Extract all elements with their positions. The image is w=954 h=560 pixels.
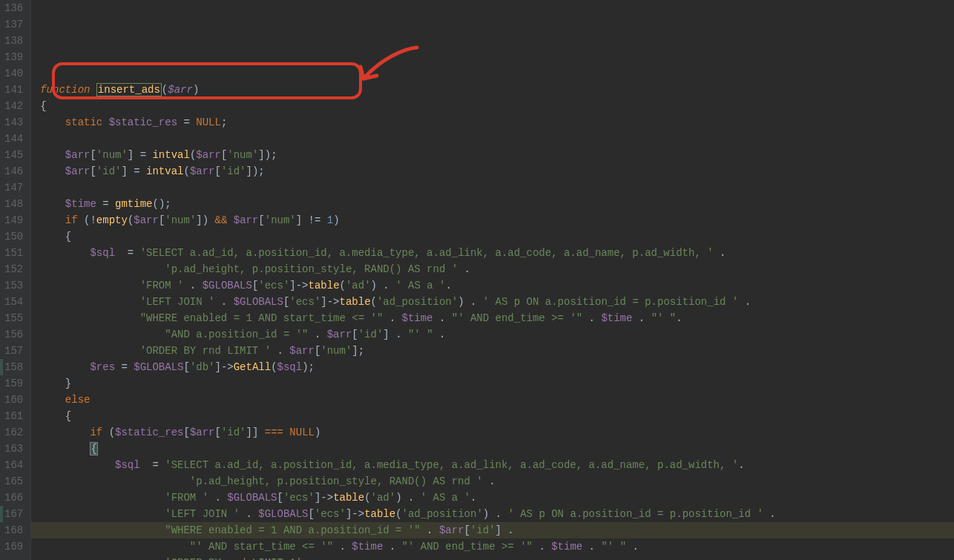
line-number[interactable]: 159 [4, 375, 23, 392]
code-line[interactable]: { [40, 228, 954, 245]
code-token: [ [183, 361, 189, 373]
line-number[interactable]: 165 [4, 473, 23, 490]
line-number[interactable]: 152 [4, 261, 23, 277]
code-line[interactable]: $res = $GLOBALS['db']->GetAll($sql); [40, 359, 954, 375]
line-number[interactable]: 136 [4, 0, 23, 16]
code-line[interactable]: $time = gmtime(); [40, 196, 954, 212]
line-number[interactable]: 149 [4, 212, 23, 228]
code-line[interactable]: 'LEFT JOIN ' . $GLOBALS['ecs']->table('a… [40, 294, 954, 310]
code-line[interactable]: 'ORDER BY rnd LIMIT ' . $arr['num']; [40, 343, 954, 359]
code-token: . [315, 329, 327, 340]
code-line[interactable]: { [40, 408, 954, 424]
code-token: $sql [277, 361, 303, 373]
line-number[interactable]: 142 [4, 98, 23, 114]
line-number[interactable]: 150 [4, 228, 23, 245]
code-token: ; [302, 557, 308, 560]
code-token: $static_res [115, 426, 183, 438]
code-token [40, 426, 90, 438]
code-token: . [433, 312, 452, 324]
code-line[interactable]: } [40, 375, 954, 392]
code-token: . [464, 263, 470, 275]
code-token: ]] [246, 426, 265, 438]
line-number[interactable]: 143 [4, 114, 23, 131]
code-line[interactable]: 'LEFT JOIN ' . $GLOBALS['ecs']->table('a… [40, 506, 954, 522]
line-number[interactable]: 167 [4, 506, 23, 522]
code-token: ' AS a ' [421, 492, 470, 504]
code-line[interactable]: static $static_res = NULL; [40, 114, 954, 131]
line-number[interactable]: 164 [4, 457, 23, 473]
code-line[interactable]: { [40, 98, 954, 114]
code-token: if [90, 426, 108, 438]
line-number[interactable]: 153 [4, 277, 23, 294]
code-token [40, 149, 65, 161]
line-number[interactable]: 157 [4, 343, 23, 359]
line-number[interactable]: 144 [4, 131, 23, 147]
code-token: [ [309, 508, 315, 520]
code-token: ' AS p ON a.position_id = p.position_id … [483, 296, 745, 308]
code-token: (); [152, 198, 171, 210]
line-number[interactable]: 158 [4, 359, 23, 375]
code-line[interactable]: 'FROM ' . $GLOBALS['ecs']->table('ad') .… [40, 277, 954, 294]
code-token: $arr [134, 214, 159, 226]
code-line[interactable]: $sql = 'SELECT a.ad_id, a.position_id, a… [40, 245, 954, 261]
code-line[interactable] [40, 131, 954, 147]
line-number[interactable]: 168 [4, 522, 23, 538]
line-number[interactable]: 141 [4, 82, 23, 98]
code-line[interactable]: "WHERE enabled = 1 AND a.position_id = '… [31, 522, 954, 538]
code-token: === [265, 426, 290, 438]
code-line[interactable]: 'p.ad_height, p.position_style, RAND() A… [40, 261, 954, 277]
code-token: function [40, 84, 96, 96]
code-line[interactable]: 'FROM ' . $GLOBALS['ecs']->table('ad') .… [40, 490, 954, 506]
line-number[interactable]: 156 [4, 326, 23, 343]
line-number[interactable]: 163 [4, 441, 23, 457]
code-token [40, 214, 65, 226]
code-line[interactable]: function insert_ads($arr) [40, 82, 954, 98]
code-line[interactable]: if ($static_res[$arr['id']] === NULL) [40, 424, 954, 441]
code-token: ]-> [289, 280, 308, 291]
line-number[interactable]: 151 [4, 245, 23, 261]
code-line[interactable]: $arr['id'] = intval($arr['id']); [40, 163, 954, 179]
code-line[interactable]: 'p.ad_height, p.position_style, RAND() A… [40, 473, 954, 490]
code-line[interactable]: "' AND start_time <= '" . $time . "' AND… [40, 538, 954, 555]
code-token: ]-> [315, 492, 333, 504]
line-number[interactable]: 154 [4, 294, 23, 310]
code-token: 'LEFT JOIN ' [165, 508, 246, 520]
line-number[interactable]: 155 [4, 310, 23, 326]
code-line[interactable]: if (!empty($arr['num']) && $arr['num'] !… [40, 212, 954, 228]
code-token: 'ORDER BY rnd LIMIT ' [140, 345, 277, 357]
code-token: ); [302, 361, 315, 373]
line-number[interactable]: 146 [4, 163, 23, 179]
code-line[interactable]: $arr['num'] = intval($arr['num']); [40, 147, 954, 163]
line-number[interactable]: 145 [4, 147, 23, 163]
line-number-gutter[interactable]: 1361371381391401411421431441451461471481… [0, 0, 31, 560]
line-number[interactable]: 169 [4, 538, 23, 555]
code-area[interactable]: function insert_ads($arr){ static $stati… [31, 0, 954, 560]
code-token: 'id' [358, 329, 384, 340]
code-token: . [214, 492, 227, 504]
line-number[interactable]: 166 [4, 490, 23, 506]
code-line[interactable]: 'ORDER BY rnd LIMIT 1'; [40, 555, 954, 560]
code-line[interactable]: "AND a.position_id = '" . $arr['id'] . "… [40, 326, 954, 343]
line-number[interactable]: 147 [4, 179, 23, 196]
code-editor[interactable]: 1361371381391401411421431441451461471481… [0, 0, 954, 560]
line-number[interactable]: 148 [4, 196, 23, 212]
code-token: $arr [65, 165, 91, 177]
line-number[interactable]: 160 [4, 392, 23, 408]
code-token: else [65, 394, 91, 406]
line-number[interactable]: 161 [4, 408, 23, 424]
line-number[interactable]: 138 [4, 33, 23, 49]
line-number[interactable]: 140 [4, 65, 23, 82]
code-line[interactable]: "WHERE enabled = 1 AND start_time <= '" … [40, 310, 954, 326]
code-line[interactable]: { [40, 441, 954, 457]
code-token [40, 492, 165, 504]
code-token: 'FROM ' [165, 492, 214, 504]
code-line[interactable]: else [40, 392, 954, 408]
line-number[interactable]: 162 [4, 424, 23, 441]
code-line[interactable]: $sql = 'SELECT a.ad_id, a.position_id, a… [40, 457, 954, 473]
line-number[interactable]: 137 [4, 16, 23, 33]
code-token: "' " [601, 541, 632, 553]
code-token: empty [96, 214, 128, 226]
line-number[interactable]: 139 [4, 49, 23, 65]
code-line[interactable] [40, 179, 954, 196]
code-token [40, 312, 139, 324]
